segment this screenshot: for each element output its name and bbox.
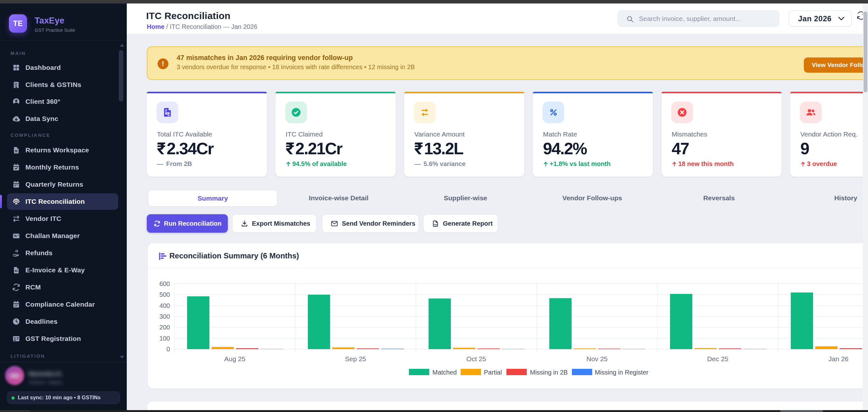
- svg-text:Missing in 2B: Missing in 2B: [530, 369, 568, 376]
- svg-text:300: 300: [159, 313, 170, 320]
- svg-text:Missing in Register: Missing in Register: [595, 369, 648, 376]
- svg-text:600: 600: [159, 280, 170, 287]
- svg-text:Jan 26: Jan 26: [828, 355, 848, 363]
- svg-text:Dec 25: Dec 25: [707, 355, 728, 363]
- svg-text:Aug 25: Aug 25: [224, 355, 246, 363]
- svg-text:Partial: Partial: [484, 369, 502, 376]
- svg-text:200: 200: [159, 324, 170, 331]
- svg-text:0: 0: [166, 346, 170, 353]
- svg-text:PDF: PDF: [434, 223, 438, 226]
- svg-text:Sep 25: Sep 25: [345, 355, 366, 363]
- svg-text:100: 100: [159, 335, 170, 342]
- svg-text:Oct 25: Oct 25: [466, 355, 486, 363]
- svg-text:500: 500: [159, 291, 170, 298]
- svg-text:400: 400: [159, 302, 170, 309]
- svg-text:Matched: Matched: [432, 369, 457, 376]
- svg-text:Nov 25: Nov 25: [587, 355, 608, 363]
